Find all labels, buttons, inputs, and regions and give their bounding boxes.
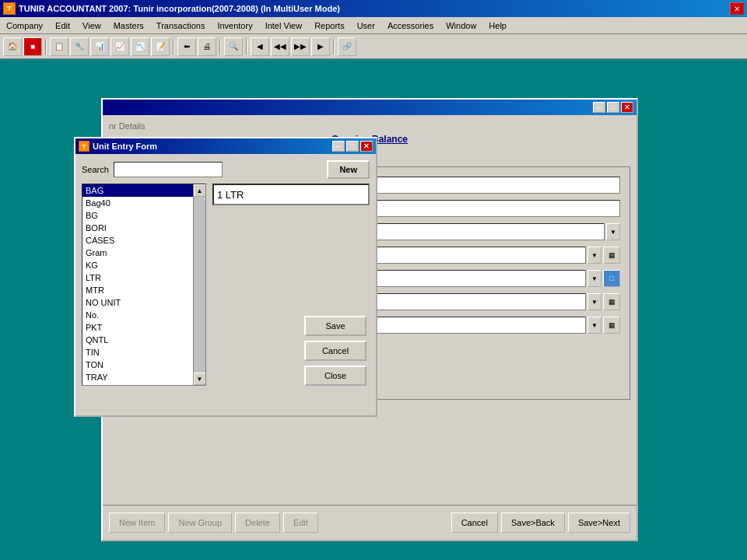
save-unit-button[interactable]: Save — [304, 316, 366, 336]
menu-transactions[interactable]: Transactions — [150, 19, 212, 32]
unit-dialog-minimize[interactable]: ─ — [332, 141, 345, 152]
toolbar-btn-4[interactable]: 🔧 — [70, 37, 89, 56]
toolbar-btn-9[interactable]: ⬅ — [177, 37, 196, 56]
toolbar-btn-13[interactable]: ◀◀ — [271, 37, 289, 56]
toolbar-btn-6[interactable]: 📈 — [110, 37, 129, 56]
toolbar-btn-8[interactable]: 📝 — [151, 37, 170, 56]
unit-list-item[interactable]: BG — [82, 209, 205, 222]
menu-edit[interactable]: Edit — [49, 19, 76, 32]
menu-intel-view[interactable]: Intel View — [259, 19, 309, 32]
search-label: Search — [82, 165, 109, 174]
cancel-button[interactable]: Cancel — [451, 513, 498, 533]
bg-close-button[interactable]: ✕ — [621, 102, 633, 113]
toolbar-btn-12[interactable]: ◀ — [251, 37, 269, 56]
purchase-acc-browse-button[interactable]: ▦ — [603, 293, 620, 310]
app-title: TUNIR ACCOUNTANT 2007: Tunir incorporati… — [19, 4, 340, 13]
sales-acc-dropdown-arrow[interactable]: ▼ — [587, 317, 601, 334]
close-unit-button[interactable]: Close — [304, 366, 366, 386]
unit-list-item[interactable]: TIN — [82, 346, 205, 359]
dialog-icon: T — [79, 141, 89, 152]
menu-user[interactable]: User — [351, 19, 381, 32]
toolbar-sep-5 — [333, 39, 335, 54]
unit-list-item[interactable]: KG — [82, 259, 205, 271]
menu-help[interactable]: Help — [482, 19, 513, 32]
unit-dialog-close[interactable]: ✕ — [360, 141, 373, 152]
toolbar-btn-15[interactable]: ▶ — [311, 37, 330, 56]
cancel-unit-button[interactable]: Cancel — [304, 341, 366, 361]
unit-list-item[interactable]: BAG — [82, 184, 205, 197]
unit-code-input[interactable] — [212, 184, 370, 205]
unit-dialog-maximize[interactable]: □ — [346, 141, 359, 152]
app-close-button[interactable]: ✕ — [730, 2, 744, 15]
search-input[interactable] — [114, 162, 223, 177]
scroll-down-arrow[interactable]: ▼ — [194, 373, 206, 385]
toolbar-btn-1[interactable]: 🏠 — [3, 37, 22, 56]
toolbar-btn-16[interactable]: 🔗 — [338, 37, 356, 56]
toolbar-sep-3 — [219, 39, 221, 54]
unit-dialog-titlebar: T Unit Entry Form ─ □ ✕ — [75, 138, 376, 154]
purchase-acc-dropdown-arrow[interactable]: ▼ — [587, 293, 601, 310]
toolbar-btn-7[interactable]: 📉 — [131, 37, 149, 56]
app-titlebar: T TUNIR ACCOUNTANT 2007: Tunir incorpora… — [0, 0, 747, 17]
new-group-button[interactable]: New Group — [168, 513, 232, 533]
unit-list-item[interactable]: LTR — [82, 271, 205, 284]
bg-window-controls: ─ □ ✕ — [593, 102, 633, 113]
unit-list: BAGBag40BGBORICASESGramKGLTRMTRNO UNITNo… — [82, 184, 205, 385]
toolbar-btn-11[interactable]: 🔍 — [224, 37, 243, 56]
type-dropdown-arrow[interactable]: ▼ — [606, 223, 620, 240]
base-unit-dropdown-arrow[interactable]: ▼ — [587, 270, 601, 287]
group-dropdown-arrow[interactable]: ▼ — [587, 247, 601, 264]
save-next-button[interactable]: Save>Next — [568, 513, 630, 533]
unit-list-item[interactable]: BORI — [82, 222, 205, 234]
scroll-up-arrow[interactable]: ▲ — [194, 184, 206, 197]
toolbar: 🏠 ■ 📋 🔧 📊 📈 📉 📝 ⬅ 🖨 🔍 ◀ ◀◀ ▶▶ ▶ 🔗 — [0, 34, 747, 59]
bg-window-footer: New Item New Group Delete Edit Cancel Sa… — [103, 505, 637, 540]
unit-list-item[interactable]: No. — [82, 309, 205, 321]
menu-company[interactable]: Company — [0, 19, 49, 32]
unit-list-wrap: BAGBag40BGBORICASESGramKGLTRMTRNO UNITNo… — [82, 184, 206, 386]
menu-view[interactable]: View — [76, 19, 107, 32]
bg-maximize-button[interactable]: □ — [607, 102, 619, 113]
unit-dialog-content: Search New BAGBag40BGBORICASESGramKGLTRM… — [75, 154, 376, 392]
new-item-button[interactable]: New Item — [109, 513, 165, 533]
item-details-label: nr Details — [109, 121, 630, 131]
toolbar-btn-5[interactable]: 📊 — [90, 37, 109, 56]
menu-accessories[interactable]: Accessories — [381, 19, 440, 32]
unit-list-item[interactable]: TRAY — [82, 371, 205, 383]
bg-window-titlebar: ─ □ ✕ — [103, 100, 637, 115]
menu-reports[interactable]: Reports — [308, 19, 351, 32]
unit-list-item[interactable]: QNTL — [82, 334, 205, 346]
delete-button[interactable]: Delete — [235, 513, 280, 533]
menubar: Company Edit View Masters Transactions I… — [0, 17, 747, 34]
bg-minimize-button[interactable]: ─ — [593, 102, 605, 113]
toolbar-btn-10[interactable]: 🖨 — [198, 37, 216, 56]
new-unit-button[interactable]: New — [327, 160, 370, 179]
entry-area: Save Cancel Close — [212, 184, 370, 386]
edit-button[interactable]: Edit — [283, 513, 318, 533]
menu-masters[interactable]: Masters — [107, 19, 150, 32]
menu-window[interactable]: Window — [440, 19, 482, 32]
unit-list-item[interactable]: Gram — [82, 247, 205, 259]
group-browse-button[interactable]: ▦ — [603, 247, 620, 264]
app-icon: T — [3, 2, 16, 15]
unit-list-item[interactable]: NO UNIT — [82, 296, 205, 309]
scroll-track[interactable] — [194, 197, 206, 373]
unit-list-item[interactable]: PKT — [82, 321, 205, 334]
unit-list-item[interactable]: TON — [82, 359, 205, 371]
list-entry-row: BAGBag40BGBORICASESGramKGLTRMTRNO UNITNo… — [82, 184, 370, 386]
toolbar-btn-14[interactable]: ▶▶ — [291, 37, 310, 56]
search-row: Search New — [82, 160, 370, 179]
unit-list-item[interactable]: MTR — [82, 284, 205, 296]
base-unit-browse-button[interactable]: □ — [603, 270, 620, 287]
unit-dialog-title: Unit Entry Form — [93, 142, 157, 151]
menu-inventory[interactable]: Inventory — [211, 19, 258, 32]
unit-dialog-controls: ─ □ ✕ — [332, 141, 373, 152]
save-back-button[interactable]: Save>Back — [501, 513, 565, 533]
toolbar-btn-2[interactable]: ■ — [23, 37, 42, 56]
sales-acc-browse-button[interactable]: ▦ — [603, 317, 620, 334]
unit-list-item[interactable]: CASES — [82, 234, 205, 247]
action-buttons: Save Cancel Close — [212, 316, 370, 386]
unit-list-item[interactable]: Bag40 — [82, 197, 205, 209]
toolbar-btn-3[interactable]: 📋 — [50, 37, 68, 56]
unit-entry-dialog: T Unit Entry Form ─ □ ✕ Search New B — [74, 137, 377, 417]
